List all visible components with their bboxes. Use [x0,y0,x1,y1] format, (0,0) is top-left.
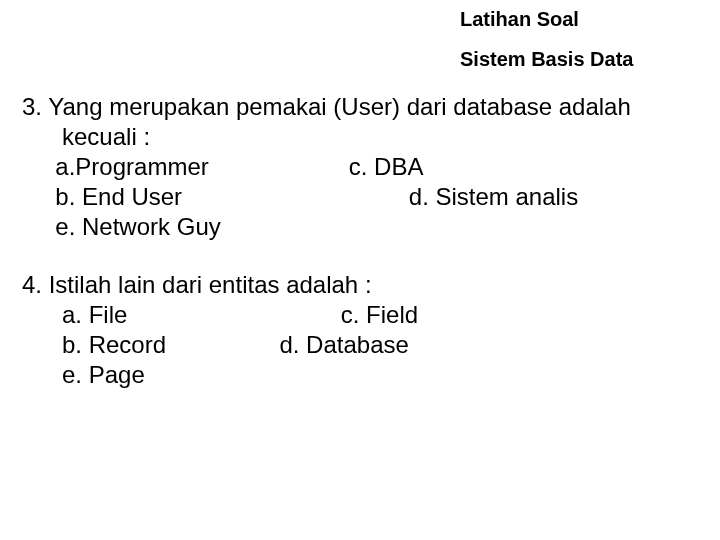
page-subtitle: Sistem Basis Data [460,48,633,71]
q4-option-e: e. Page [22,360,698,390]
q4-option-a-c: a. File c. Field [22,300,698,330]
page-title: Latihan Soal [460,8,579,31]
question-3: 3. Yang merupakan pemakai (User) dari da… [22,92,698,242]
question-4: 4. Istilah lain dari entitas adalah : a.… [22,270,698,390]
q3-option-a-c: a.Programmer c. DBA [22,152,698,182]
q3-line2: kecuali : [22,122,698,152]
q4-option-b-d: b. Record d. Database [22,330,698,360]
q4-line1: 4. Istilah lain dari entitas adalah : [22,270,698,300]
content-area: 3. Yang merupakan pemakai (User) dari da… [22,92,698,418]
q3-line1: 3. Yang merupakan pemakai (User) dari da… [22,92,698,122]
q3-option-b-d: b. End User d. Sistem analis [22,182,698,212]
q3-option-e: e. Network Guy [22,212,698,242]
